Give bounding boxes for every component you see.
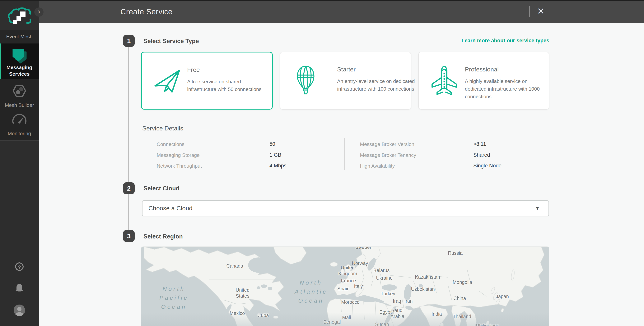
app-logo[interactable] — [0, 0, 39, 30]
card-title: Free — [187, 66, 200, 73]
card-title: Professional — [465, 66, 499, 73]
step-2-title: Select Cloud — [144, 185, 180, 192]
sidebar-item-mesh-builder[interactable]: Mesh Builder — [0, 81, 39, 109]
solace-cloud-logo-icon — [8, 6, 31, 25]
cloud-select-dropdown[interactable]: Choose a Cloud ▼ — [142, 200, 549, 216]
shield-icon — [12, 49, 27, 64]
sidebar-item-monitoring[interactable]: Monitoring — [0, 110, 39, 138]
create-service-dialog: Create Service ✕ › Event Mesh Messagin — [0, 0, 644, 326]
chevron-down-icon: ▼ — [535, 201, 540, 216]
sidebar-item-messaging-services[interactable]: Messaging Services — [0, 43, 39, 79]
notifications-button[interactable] — [0, 284, 39, 294]
dropdown-value: Choose a Cloud — [148, 201, 192, 216]
sidebar-item-label: Mesh Builder — [0, 102, 39, 108]
paper-plane-icon — [153, 69, 182, 94]
sidebar: › Event Mesh Messaging Services Mesh Bu — [0, 0, 39, 326]
sidebar-nav: Mesh Builder Monitoring — [0, 79, 39, 140]
detail-value: 50 — [270, 141, 275, 147]
account-button[interactable] — [0, 304, 39, 317]
service-type-card-starter[interactable]: Starter An entry-level service on dedica… — [280, 52, 411, 110]
detail-label: Messaging Storage — [157, 152, 200, 158]
help-button[interactable]: ? — [0, 262, 39, 271]
detail-value: 1 GB — [270, 152, 281, 158]
card-description: An entry-level service on dedicated infr… — [337, 77, 420, 93]
step-connector-line — [128, 194, 129, 230]
gauge-icon — [11, 112, 28, 125]
service-type-card-free[interactable]: Free A free service on shared infrastruc… — [141, 52, 273, 110]
notifications-bell-icon — [15, 284, 24, 294]
detail-label: Message Broker Version — [360, 141, 414, 147]
card-description: A free service on shared infrastructure … — [187, 78, 264, 93]
step-3-title: Select Region — [144, 233, 183, 240]
step-2-badge: 2 — [123, 182, 135, 194]
detail-label: Network Throughput — [157, 163, 202, 169]
card-description: A highly available service on dedicated … — [465, 77, 547, 100]
detail-value: >8.11 — [473, 141, 486, 147]
learn-more-link[interactable]: Learn more about our service types — [462, 38, 549, 44]
page-title: Create Service — [120, 0, 172, 23]
sidebar-item-event-mesh[interactable]: Event Mesh — [0, 30, 39, 43]
step-connector-line — [128, 47, 129, 182]
sidebar-expand-button[interactable]: › — [34, 7, 44, 17]
sidebar-item-label: Messaging Services — [0, 64, 39, 77]
step-1-badge: 1 — [123, 35, 135, 47]
card-title: Starter — [337, 66, 356, 73]
chevron-right-icon: › — [38, 8, 40, 15]
detail-label: Message Broker Tenancy — [360, 152, 416, 158]
detail-label: High Availability — [360, 163, 395, 169]
header-divider — [529, 6, 530, 17]
close-icon[interactable]: ✕ — [535, 0, 547, 23]
dialog-header: Create Service ✕ — [39, 0, 644, 23]
user-avatar-icon — [13, 304, 26, 317]
top-strip — [0, 0, 644, 1]
detail-value: Single Node — [473, 163, 502, 169]
detail-value: Shared — [473, 152, 490, 158]
step-1-title: Select Service Type — [144, 38, 199, 45]
region-map[interactable]: CanadaUnited StatesMexicoCubaRussiaNorwa… — [141, 247, 549, 326]
step-3-badge: 3 — [123, 230, 135, 242]
sidebar-item-label: Monitoring — [0, 131, 39, 137]
airplane-icon — [430, 65, 458, 96]
help-icon: ? — [15, 262, 24, 271]
detail-value: 4 Mbps — [270, 163, 286, 169]
hot-air-balloon-icon — [295, 65, 316, 96]
map-bottom-fade — [141, 313, 549, 326]
service-type-card-professional[interactable]: Professional A highly available service … — [418, 52, 549, 110]
service-details-title: Service Details — [142, 125, 183, 132]
hexagon-mesh-icon — [12, 84, 26, 98]
detail-label: Connections — [157, 141, 184, 147]
sidebar-bottom — [0, 141, 39, 326]
service-details-divider — [344, 138, 345, 170]
